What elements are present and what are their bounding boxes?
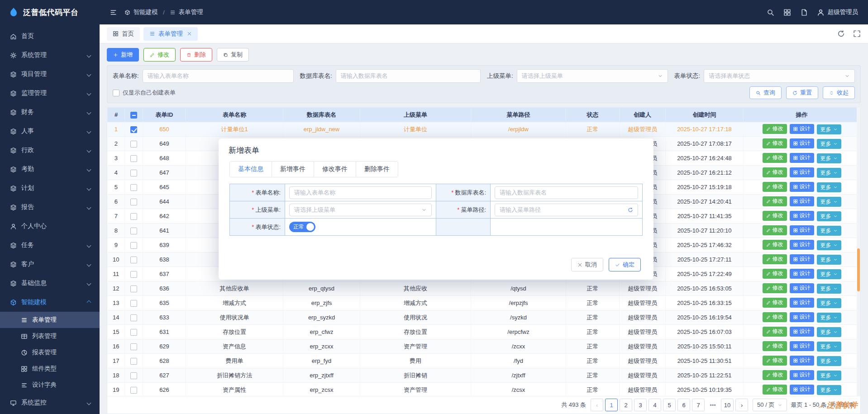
menu-path-input[interactable]: 请输入菜单路径 [495,204,638,216]
row-checkbox[interactable] [130,184,137,191]
collapse-sidebar-icon[interactable] [110,9,117,16]
row-edit-button[interactable]: 修改 [763,225,787,235]
row-edit-button[interactable]: 修改 [763,312,787,322]
sidebar-item-客户[interactable]: 客户 [0,255,100,274]
row-edit-button[interactable]: 修改 [763,356,787,366]
row-design-button[interactable]: 设计 [790,356,814,366]
search-icon[interactable] [767,9,774,16]
sidebar-item-列表管理[interactable]: 列表管理 [0,328,100,344]
copy-button[interactable]: 复制 [217,48,249,62]
row-design-button[interactable]: 设计 [790,312,814,322]
row-edit-button[interactable]: 修改 [763,370,787,380]
db-table-name-input[interactable]: 请输入数据库表名 [495,186,638,199]
select-all-checkbox[interactable] [130,112,137,119]
row-more-button[interactable]: 更多 [817,182,841,192]
page-button-3[interactable]: 3 [634,399,647,411]
row-checkbox[interactable] [130,271,137,278]
row-design-button[interactable]: 设计 [790,327,814,337]
row-more-button[interactable]: 更多 [817,371,841,381]
tab-form-management[interactable]: 表单管理 [143,27,198,41]
row-checkbox[interactable] [130,314,137,321]
sidebar-item-计划[interactable]: 计划 [0,179,100,198]
row-checkbox[interactable] [130,199,137,205]
row-checkbox[interactable] [130,155,137,162]
edit-button[interactable]: 修改 [143,48,176,62]
row-design-button[interactable]: 设计 [790,167,814,177]
page-button-6[interactable]: 6 [677,399,690,411]
tab-add-event[interactable]: 新增事件 [272,162,314,177]
table-row[interactable]: 12636其他应收单erp_qtysd其他应收/qtysd正常超级管理员2025… [108,281,860,296]
row-edit-button[interactable]: 修改 [763,254,787,264]
form-name-filter-input[interactable]: 请输入表单名称 [143,69,294,83]
row-more-button[interactable]: 更多 [817,226,841,236]
row-edit-button[interactable]: 修改 [763,167,787,177]
prev-page-button[interactable]: ‹ [591,399,603,411]
row-more-button[interactable]: 更多 [817,385,841,395]
sidebar-item-人事[interactable]: 人事 [0,122,100,141]
sidebar-item-报表管理[interactable]: 报表管理 [0,344,100,361]
table-row[interactable]: 19626资产属性erp_zcsx资产管理/zcsx正常超级管理员2025-10… [108,383,860,396]
row-design-button[interactable]: 设计 [790,370,814,380]
table-row[interactable]: 18627折旧摊销方法erp_zjtxff折旧摊销/zjtxff正常超级管理员2… [108,368,860,383]
row-design-button[interactable]: 设计 [790,124,814,134]
row-design-button[interactable]: 设计 [790,182,814,192]
page-button-4[interactable]: 4 [649,399,661,411]
page-size-select[interactable]: 50 / 页 [753,399,787,411]
row-edit-button[interactable]: 修改 [763,269,787,279]
row-design-button[interactable]: 设计 [790,341,814,351]
next-page-button[interactable]: › [735,399,748,411]
form-status-switch[interactable]: 正常 [289,222,315,232]
row-checkbox[interactable] [130,242,137,249]
row-more-button[interactable]: 更多 [817,255,841,265]
row-checkbox[interactable] [130,141,137,148]
sidebar-item-基础信息[interactable]: 基础信息 [0,274,100,293]
page-button-2[interactable]: 2 [620,399,632,411]
scrollbar-thumb[interactable] [857,248,860,291]
row-checkbox[interactable] [130,228,137,234]
sidebar-item-系统监控[interactable]: 系统监控 [0,393,100,412]
row-checkbox[interactable] [130,170,137,176]
fullscreen-icon[interactable] [853,30,861,38]
row-design-button[interactable]: 设计 [790,153,814,163]
row-edit-button[interactable]: 修改 [763,385,787,395]
row-checkbox[interactable] [130,343,137,350]
sidebar-item-项目管理[interactable]: 项目管理 [0,65,100,84]
row-design-button[interactable]: 设计 [790,298,814,308]
row-edit-button[interactable]: 修改 [763,138,787,148]
sidebar-item-设计字典[interactable]: 设计字典 [0,377,100,393]
breadcrumb-item[interactable]: 智能建模 [134,8,158,16]
form-name-input[interactable]: 请输入表单名称 [289,186,432,199]
parent-menu-filter-select[interactable]: 请选择上级菜单 [517,69,668,83]
row-more-button[interactable]: 更多 [817,356,841,366]
table-row[interactable]: 14633使用状况单erp_syzkd使用状况/syzkd正常超级管理员2025… [108,310,860,325]
user-menu[interactable]: 超级管理员 [817,8,858,16]
row-design-button[interactable]: 设计 [790,138,814,148]
refresh-icon[interactable] [628,207,633,213]
table-row[interactable]: 1650计量单位1erp_jldw_new计量单位/erpjldw正常超级管理员… [108,122,860,137]
table-row[interactable]: 16629资产信息erp_zcxx资产管理/zcxx正常超级管理员2025-10… [108,339,860,354]
row-more-button[interactable]: 更多 [817,197,841,207]
tab-basic-info[interactable]: 基本信息 [230,162,272,177]
row-design-button[interactable]: 设计 [790,254,814,264]
page-button-5[interactable]: 5 [663,399,676,411]
sidebar-item-表单管理[interactable]: 表单管理 [0,312,100,328]
sidebar-item-考勤[interactable]: 考勤 [0,160,100,179]
only-mine-checkbox[interactable] [113,90,119,96]
row-edit-button[interactable]: 修改 [763,124,787,134]
row-more-button[interactable]: 更多 [817,211,841,221]
sidebar-item-智能建模[interactable]: 智能建模 [0,293,100,312]
row-checkbox[interactable] [130,257,137,263]
row-checkbox[interactable] [130,387,137,394]
tab-delete-event[interactable]: 删除事件 [356,162,398,177]
row-design-button[interactable]: 设计 [790,283,814,293]
page-button-1[interactable]: 1 [605,399,618,411]
row-checkbox[interactable] [130,372,137,379]
sidebar-item-财务[interactable]: 财务 [0,103,100,122]
page-button-10[interactable]: 10 [721,399,734,411]
row-edit-button[interactable]: 修改 [763,341,787,351]
row-design-button[interactable]: 设计 [790,240,814,250]
close-tab-icon[interactable] [187,31,192,36]
document-icon[interactable] [800,9,808,16]
row-checkbox[interactable] [130,358,137,365]
row-more-button[interactable]: 更多 [817,139,841,149]
